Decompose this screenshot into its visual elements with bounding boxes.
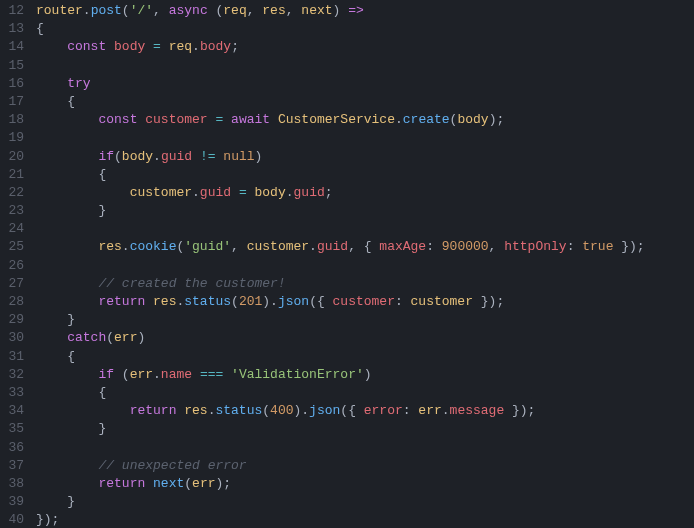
line-number: 38 — [0, 475, 24, 493]
token-pun: ( — [208, 3, 224, 18]
token-pun: , — [489, 239, 505, 254]
token-prop: guid — [200, 185, 231, 200]
token-pun: . — [286, 185, 294, 200]
token-pun: ; — [231, 39, 239, 54]
code-line[interactable] — [36, 57, 694, 75]
token-fn: post — [91, 3, 122, 18]
token-var: error — [364, 403, 403, 418]
token-def — [36, 367, 98, 382]
code-line[interactable]: return res.status(201).json({ customer: … — [36, 293, 694, 311]
code-line[interactable]: } — [36, 493, 694, 511]
token-pun: , — [286, 3, 302, 18]
code-line[interactable]: return res.status(400).json({ error: err… — [36, 402, 694, 420]
token-def — [36, 312, 67, 327]
token-num: 900000 — [442, 239, 489, 254]
line-number: 36 — [0, 439, 24, 457]
token-pun: . — [192, 185, 200, 200]
code-line[interactable]: res.cookie('guid', customer.guid, { maxA… — [36, 238, 694, 256]
code-line[interactable]: } — [36, 420, 694, 438]
token-def — [36, 294, 98, 309]
line-number: 23 — [0, 202, 24, 220]
code-line[interactable]: if (err.name === 'ValidationError') — [36, 366, 694, 384]
token-num: 201 — [239, 294, 262, 309]
token-def — [145, 39, 153, 54]
token-def — [223, 367, 231, 382]
line-number: 12 — [0, 2, 24, 20]
code-line[interactable]: router.post('/', async (req, res, next) … — [36, 2, 694, 20]
code-line[interactable] — [36, 257, 694, 275]
code-line[interactable]: } — [36, 202, 694, 220]
code-line[interactable]: { — [36, 348, 694, 366]
token-var: maxAge — [379, 239, 426, 254]
token-obj: res — [153, 294, 176, 309]
token-def — [247, 185, 255, 200]
token-obj: customer — [411, 294, 473, 309]
token-pun: { — [98, 385, 106, 400]
line-number: 18 — [0, 111, 24, 129]
token-fn: next — [153, 476, 184, 491]
token-obj: err — [130, 367, 153, 382]
code-content[interactable]: router.post('/', async (req, res, next) … — [36, 0, 694, 528]
code-line[interactable] — [36, 220, 694, 238]
code-line[interactable] — [36, 439, 694, 457]
token-pun: ; — [325, 185, 333, 200]
code-line[interactable]: { — [36, 166, 694, 184]
code-line[interactable]: } — [36, 311, 694, 329]
token-obj: body — [457, 112, 488, 127]
token-pun: . — [153, 149, 161, 164]
code-line[interactable]: customer.guid = body.guid; — [36, 184, 694, 202]
token-def — [223, 112, 231, 127]
token-obj: next — [301, 3, 332, 18]
code-line[interactable]: { — [36, 20, 694, 38]
line-number: 24 — [0, 220, 24, 238]
token-pun: . — [309, 239, 317, 254]
code-line[interactable]: // created the customer! — [36, 275, 694, 293]
token-pun: . — [442, 403, 450, 418]
code-line[interactable]: try — [36, 75, 694, 93]
token-pun: . — [153, 367, 161, 382]
code-line[interactable]: const customer = await CustomerService.c… — [36, 111, 694, 129]
token-op: === — [200, 367, 223, 382]
code-line[interactable]: }); — [36, 511, 694, 528]
token-def — [36, 385, 98, 400]
token-pun: }); — [613, 239, 644, 254]
code-line[interactable]: if(body.guid != null) — [36, 148, 694, 166]
line-number: 20 — [0, 148, 24, 166]
line-number: 26 — [0, 257, 24, 275]
line-number: 39 — [0, 493, 24, 511]
token-def — [36, 39, 67, 54]
code-line[interactable] — [36, 129, 694, 147]
line-number: 40 — [0, 511, 24, 528]
token-obj: err — [114, 330, 137, 345]
token-def — [36, 76, 67, 91]
token-var: customer — [145, 112, 207, 127]
line-number: 22 — [0, 184, 24, 202]
token-obj: req — [223, 3, 246, 18]
token-kw: const — [67, 39, 106, 54]
token-pun: } — [67, 494, 75, 509]
token-def — [36, 185, 130, 200]
token-pun: ( — [114, 367, 130, 382]
code-line[interactable]: return next(err); — [36, 475, 694, 493]
token-def — [36, 476, 98, 491]
token-pun: ). — [294, 403, 310, 418]
token-str: 'ValidationError' — [231, 367, 364, 382]
token-def — [36, 403, 130, 418]
token-var: body — [114, 39, 145, 54]
line-number: 28 — [0, 293, 24, 311]
code-line[interactable]: { — [36, 384, 694, 402]
code-editor[interactable]: 1213141516171819202122232425262728293031… — [0, 0, 694, 528]
token-kw: => — [348, 3, 364, 18]
code-line[interactable]: // unexpected error — [36, 457, 694, 475]
code-line[interactable]: catch(err) — [36, 329, 694, 347]
code-line[interactable]: const body = req.body; — [36, 38, 694, 56]
token-op: = — [239, 185, 247, 200]
line-number: 30 — [0, 329, 24, 347]
code-line[interactable]: { — [36, 93, 694, 111]
token-kw: if — [98, 149, 114, 164]
token-cmt: // unexpected error — [98, 458, 246, 473]
token-op: != — [200, 149, 216, 164]
token-fn: cookie — [130, 239, 177, 254]
token-pun: { — [36, 21, 44, 36]
line-number: 14 — [0, 38, 24, 56]
